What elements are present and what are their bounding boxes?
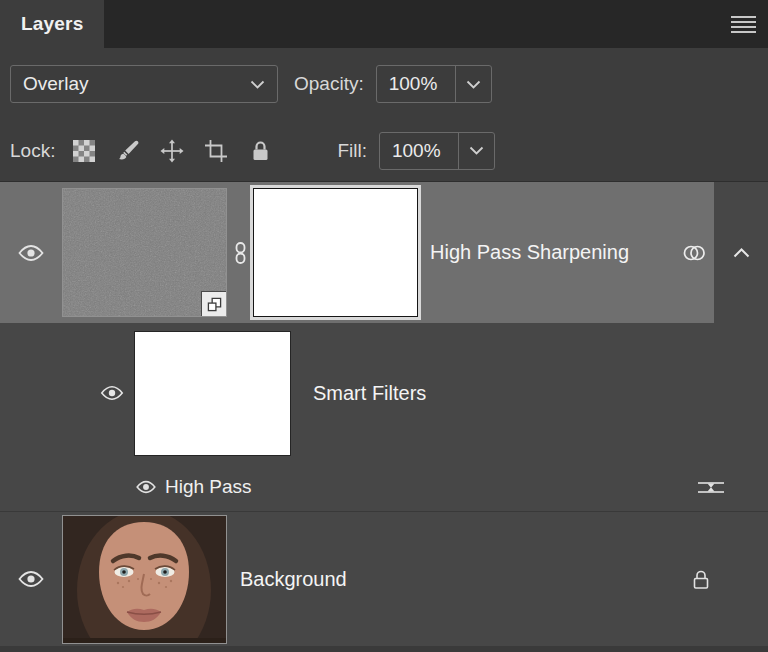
eye-icon [136,480,156,494]
lock-artboard-button[interactable] [203,138,229,164]
filter-row-high-pass[interactable]: High Pass [0,463,768,511]
lock-move-button[interactable] [159,138,185,164]
eye-icon [18,244,44,262]
layer-list: High Pass Sharpening [0,182,768,652]
collapse-smart-filters-button[interactable] [733,248,750,258]
chevron-down-icon [466,80,481,89]
opacity-dropdown[interactable]: 100% [376,65,492,103]
filter-name-high-pass[interactable]: High Pass [165,476,252,498]
layer-thumbnail-background[interactable] [62,515,227,644]
fill-label: Fill: [337,140,367,162]
visibility-toggle-background[interactable] [0,570,62,588]
visibility-toggle-high-pass-sharpening[interactable] [0,244,62,262]
visibility-toggle-high-pass-filter[interactable] [136,480,156,494]
panel-bottom-edge [0,646,768,652]
lock-paint-button[interactable] [115,138,141,164]
layer-row-high-pass-sharpening[interactable]: High Pass Sharpening [0,182,768,323]
blend-mode-value: Overlay [23,73,250,95]
smart-filters-thumbnail[interactable] [134,331,291,456]
layer-name-high-pass-sharpening: High Pass Sharpening [430,241,681,264]
panel-tab-bar: Layers [0,0,768,48]
smart-filters-row[interactable]: Smart Filters [0,323,768,463]
checkerboard-icon [73,140,95,162]
chevron-down-icon [469,146,484,155]
smart-filter-indicator-icon[interactable] [681,243,707,263]
lock-options [71,138,273,164]
portrait-thumbnail [63,516,226,643]
chevron-down-icon [250,80,265,89]
tab-layers[interactable]: Layers [0,0,104,48]
blend-mode-dropdown[interactable]: Overlay [10,65,278,103]
hamburger-icon [731,16,756,33]
slider-lines-icon [698,479,724,496]
layer-mask-thumbnail[interactable] [254,189,417,316]
fill-value-field[interactable]: 100% [380,133,458,169]
visibility-toggle-smart-filters[interactable] [100,385,134,401]
crop-frame-icon [204,139,228,163]
smart-object-badge-icon [201,291,226,316]
filter-blend-options-button[interactable] [698,479,724,496]
panel-menu-button[interactable] [728,13,758,35]
background-lock-icon[interactable] [692,569,710,590]
opacity-dropdown-button[interactable] [455,66,491,102]
layer-thumbnail-high-pass-sharpening[interactable] [62,188,227,317]
chain-link-icon [234,242,247,264]
eye-icon [18,570,44,588]
chevron-up-icon [733,248,750,258]
selected-layer-highlight: High Pass Sharpening [0,182,714,323]
padlock-icon [251,140,270,162]
eye-icon [100,385,124,401]
fill-dropdown-button[interactable] [458,133,494,169]
layer-controls: Overlay Opacity: 100% Lock: [0,48,768,182]
brush-icon [116,139,140,163]
fill-dropdown[interactable]: 100% [379,132,495,170]
lock-label: Lock: [10,140,55,162]
padlock-outline-icon [692,569,710,590]
layer-name-background: Background [240,568,692,591]
smart-filters-label: Smart Filters [313,382,426,405]
tab-layers-label: Layers [21,13,83,35]
move-arrows-icon [160,139,184,163]
layer-row-background[interactable]: Background [0,511,768,646]
lock-all-button[interactable] [247,138,273,164]
mask-link-toggle[interactable] [227,242,254,264]
layers-panel: Layers Overlay Opacity: 100% Lock: [0,0,768,652]
opacity-value-field[interactable]: 100% [377,66,455,102]
smart-filter-collapse-cell [714,182,768,323]
opacity-label: Opacity: [294,73,364,95]
lock-transparency-button[interactable] [71,138,97,164]
